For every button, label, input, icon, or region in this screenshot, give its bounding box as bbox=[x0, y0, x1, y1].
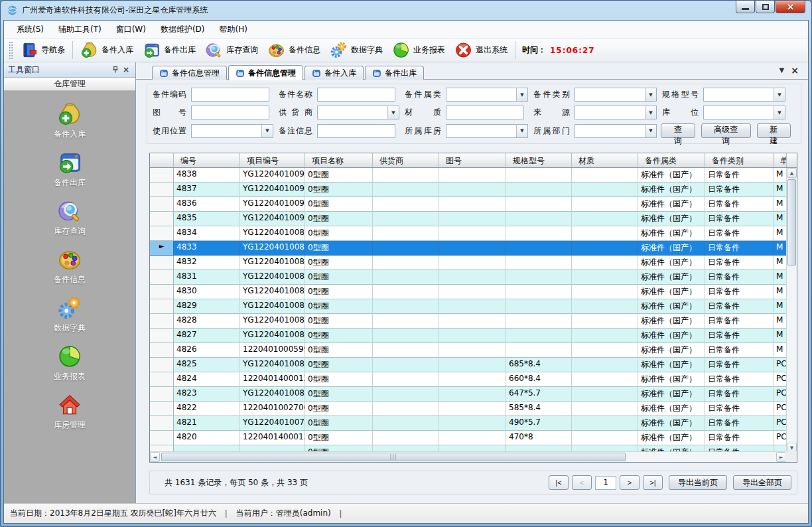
pin-icon[interactable] bbox=[110, 64, 121, 75]
table-row[interactable]: 482612204010005990型圈标准件（国产）日常备件M bbox=[150, 343, 797, 358]
table-row[interactable]: 4825YG122040100810型圈685*8.4标准件（国产）日常备件PC bbox=[150, 358, 797, 372]
toolbar-button-part-out[interactable]: 备件出库 bbox=[138, 39, 200, 61]
table-row[interactable]: 482012204014000130型圈470*8标准件（国产）日常备件PC bbox=[150, 431, 797, 445]
table-row[interactable]: 4831YG122040100860型圈标准件（国产）日常备件M bbox=[150, 270, 797, 285]
warehouse-select[interactable]: ▼ bbox=[446, 124, 528, 138]
column-header-3[interactable]: 项目名称 bbox=[305, 153, 373, 167]
maximize-button[interactable] bbox=[756, 1, 775, 13]
export-all-pages-button[interactable]: 导出全部页 bbox=[733, 475, 791, 490]
vertical-scroll-thumb[interactable] bbox=[787, 179, 796, 265]
menu-item-4[interactable]: 帮助(H) bbox=[212, 21, 255, 38]
row-selector[interactable] bbox=[150, 329, 174, 343]
spec-model-select[interactable]: ▼ bbox=[703, 88, 785, 102]
row-selector[interactable] bbox=[150, 183, 174, 197]
table-row[interactable]: 4834YG122040100890型圈标准件（国产）日常备件M bbox=[150, 226, 797, 241]
use-position-select[interactable]: ▼ bbox=[191, 124, 273, 138]
row-selector[interactable] bbox=[150, 299, 174, 314]
table-row[interactable]: 4821YG122040100790型圈490*5.7标准件（国产）日常备件PC bbox=[150, 416, 797, 431]
row-selector[interactable] bbox=[150, 212, 174, 226]
next-page-button[interactable]: > bbox=[620, 475, 640, 490]
menu-item-2[interactable]: 窗口(W) bbox=[109, 21, 153, 38]
table-row[interactable]: 4837YG122040100920型圈标准件（国产）日常备件M bbox=[150, 183, 797, 197]
column-header-6[interactable]: 规格型号 bbox=[506, 153, 572, 167]
vertical-scrollbar[interactable]: ▲ ▼ bbox=[786, 168, 797, 453]
sidebar-item-part-out[interactable]: 备件出库 bbox=[4, 150, 135, 188]
figure-no-input[interactable] bbox=[191, 106, 269, 119]
sidebar-item-part-in[interactable]: 备件入库 bbox=[4, 102, 135, 140]
tab-0[interactable]: 备件信息管理 bbox=[152, 66, 227, 80]
page-number-input[interactable] bbox=[595, 476, 616, 490]
toolbar-button-exit[interactable]: 退出系统 bbox=[450, 39, 512, 61]
column-header-9[interactable]: 备件类别 bbox=[705, 153, 774, 167]
column-header-2[interactable]: 项目编号 bbox=[240, 153, 305, 167]
toolbar-button-part-info[interactable]: 备件信息 bbox=[263, 39, 325, 61]
supplier-select[interactable]: ▼ bbox=[317, 106, 399, 119]
close-button[interactable]: × bbox=[776, 1, 805, 13]
location-select[interactable]: ▼ bbox=[703, 106, 785, 119]
department-select[interactable]: ▼ bbox=[575, 124, 657, 138]
sidebar-item-report[interactable]: 业务报表 bbox=[4, 344, 135, 382]
column-header-8[interactable]: 备件属类 bbox=[638, 153, 705, 167]
row-selector[interactable] bbox=[150, 358, 174, 372]
table-row[interactable]: 4836YG122040100910型圈标准件（国产）日常备件M bbox=[150, 197, 797, 212]
row-selector[interactable] bbox=[150, 197, 174, 212]
menu-item-3[interactable]: 数据维护(D) bbox=[153, 21, 212, 38]
column-header-10[interactable]: 单位 bbox=[774, 153, 787, 167]
column-header-5[interactable]: 图号 bbox=[439, 153, 506, 167]
table-row[interactable]: 4838YG122040100930型圈标准件（国产）日常备件M bbox=[150, 168, 797, 183]
tab-1-active[interactable]: 备件信息管理 bbox=[228, 65, 303, 80]
toolbar-button-stock-query[interactable]: 库存查询 bbox=[200, 39, 263, 61]
row-selector-arrow[interactable]: ► bbox=[150, 241, 174, 256]
toolbar-grip[interactable] bbox=[9, 41, 13, 60]
part-category-select[interactable]: ▼ bbox=[446, 88, 528, 102]
row-selector[interactable] bbox=[150, 402, 174, 416]
first-page-button[interactable]: |< bbox=[549, 475, 569, 490]
row-selector[interactable] bbox=[150, 416, 174, 431]
source-select[interactable]: ▼ bbox=[575, 106, 657, 119]
row-selector[interactable] bbox=[150, 431, 174, 445]
scroll-left-icon[interactable]: ◄ bbox=[150, 452, 160, 462]
remark-input[interactable] bbox=[317, 124, 395, 138]
toolbar-button-report[interactable]: 业务报表 bbox=[387, 39, 450, 61]
material-input[interactable] bbox=[446, 106, 524, 119]
table-row[interactable]: 4835YG122040100900型圈标准件（国产）日常备件M bbox=[150, 212, 797, 226]
menu-item-1[interactable]: 辅助工具(T) bbox=[51, 21, 109, 38]
column-header-0[interactable] bbox=[150, 153, 174, 167]
part-code-input[interactable] bbox=[191, 88, 269, 102]
part-name-input[interactable] bbox=[317, 88, 395, 102]
table-row[interactable]: 4832YG122040100870型圈标准件（国产）日常备件M bbox=[150, 256, 797, 270]
row-selector[interactable] bbox=[150, 226, 174, 241]
column-header-7[interactable]: 材质 bbox=[572, 153, 638, 167]
sidebar-item-data-dict[interactable]: 数据字典 bbox=[4, 295, 135, 334]
toolbar-button-navigator[interactable]: 导航条 bbox=[15, 39, 70, 61]
table-row[interactable]: 4830YG122040100850型圈标准件（国产）日常备件M bbox=[150, 285, 797, 299]
table-row[interactable]: ►4833YG122040100880型圈标准件（国产）日常备件M bbox=[150, 241, 797, 256]
part-type-select[interactable]: ▼ bbox=[575, 88, 657, 102]
adv-query-button[interactable]: 高级查询 bbox=[701, 123, 751, 138]
query-button[interactable]: 查询 bbox=[661, 123, 695, 138]
row-selector[interactable] bbox=[150, 343, 174, 358]
row-selector[interactable] bbox=[150, 372, 174, 387]
scroll-right-icon[interactable]: ► bbox=[776, 452, 786, 462]
new-button[interactable]: 新建 bbox=[757, 123, 791, 138]
row-selector[interactable] bbox=[150, 285, 174, 299]
toolbar-button-data-dict[interactable]: 数据字典 bbox=[325, 39, 387, 61]
tab-dropdown-icon[interactable]: ▼ bbox=[779, 66, 785, 74]
row-selector[interactable] bbox=[150, 256, 174, 270]
sidebar-close-icon[interactable]: × bbox=[121, 64, 131, 75]
tab-3[interactable]: 备件出库 bbox=[365, 66, 424, 80]
row-selector[interactable] bbox=[150, 270, 174, 285]
table-row[interactable]: 482212204010027000型圈585*8.4标准件（国产）日常备件PC bbox=[150, 402, 797, 416]
table-row[interactable]: 4829YG122040100840型圈标准件（国产）日常备件M bbox=[150, 299, 797, 314]
table-row[interactable]: 4827YG122040100820型圈标准件（国产）日常备件M bbox=[150, 329, 797, 343]
table-row[interactable]: 482412204014000120型圈660*8.4标准件（国产）日常备件PC bbox=[150, 372, 797, 387]
row-selector[interactable] bbox=[150, 314, 174, 329]
row-selector[interactable] bbox=[150, 387, 174, 402]
tab-2[interactable]: 备件入库 bbox=[304, 66, 364, 80]
sidebar-item-stock-query[interactable]: 库存查询 bbox=[4, 198, 135, 237]
prev-page-button[interactable]: < bbox=[572, 475, 592, 490]
column-header-4[interactable]: 供货商 bbox=[373, 153, 439, 167]
last-page-button[interactable]: >| bbox=[643, 475, 663, 490]
scroll-up-icon[interactable]: ▲ bbox=[787, 168, 797, 178]
sidebar-item-part-info[interactable]: 备件信息 bbox=[4, 247, 135, 285]
